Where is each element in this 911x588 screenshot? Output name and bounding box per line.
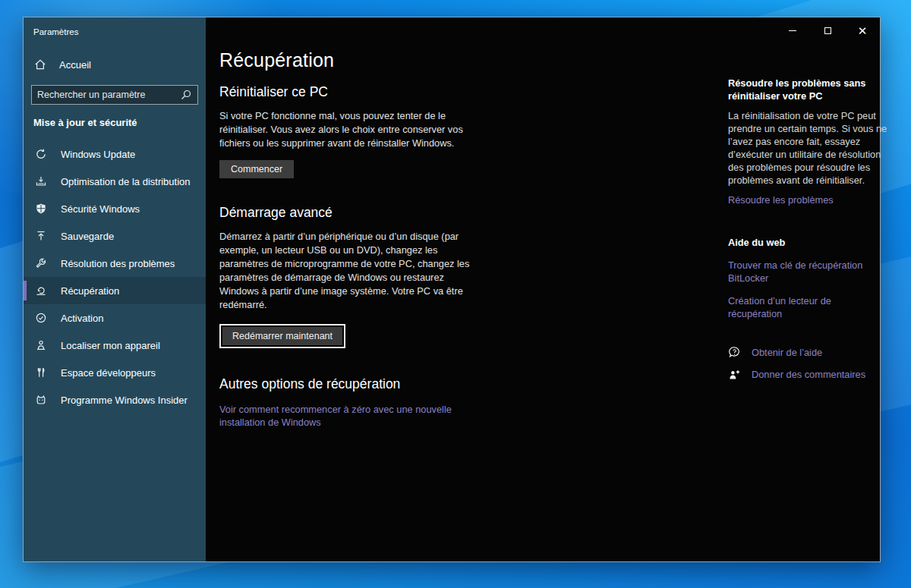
insider-icon	[35, 394, 47, 406]
reset-pc-heading: Réinitialiser ce PC	[219, 84, 482, 100]
restart-now-button[interactable]: Redémarrer maintenant	[219, 324, 345, 348]
troubleshoot-heading: Résoudre les problèmes sans réinitialise…	[728, 77, 895, 102]
get-help-row[interactable]: Obtenir de l’aide	[728, 346, 895, 359]
help-column: Résoudre les problèmes sans réinitialise…	[728, 77, 895, 381]
help-links: Obtenir de l’aide Donner des commentaire…	[728, 346, 895, 381]
troubleshoot-description: La réinitialisation de votre PC peut pre…	[728, 109, 895, 187]
bitlocker-recovery-key-link[interactable]: Trouver ma clé de récupération BitLocker	[728, 259, 884, 285]
window-title: Paramètres	[24, 17, 206, 36]
wrench-icon	[35, 257, 47, 269]
search-icon[interactable]	[180, 89, 192, 101]
feedback-row[interactable]: Donner des commentaires	[728, 368, 895, 381]
sync-icon	[35, 148, 47, 160]
settings-window: Paramètres Accueil Mise à jour et sécuri…	[23, 17, 881, 562]
page-title: Récupération	[219, 49, 482, 71]
delivery-optimization-icon	[35, 175, 47, 187]
sidebar-item-label: Résolution des problèmes	[61, 258, 175, 269]
sidebar-item-windows-update[interactable]: Windows Update	[24, 140, 206, 168]
sidebar-item-label: Programme Windows Insider	[61, 395, 188, 406]
sidebar-item-backup[interactable]: Sauvegarde	[24, 222, 206, 250]
sidebar-item-label: Sécurité Windows	[61, 203, 140, 215]
selected-accent-bar	[24, 281, 27, 300]
advanced-startup-description: Démarrez à partir d’un périphérique ou d…	[219, 230, 482, 312]
search-input[interactable]	[37, 90, 180, 100]
sidebar-item-label: Windows Update	[61, 149, 135, 160]
sidebar-item-label: Optimisation de la distribution	[61, 176, 191, 187]
settings-search-box[interactable]	[31, 85, 198, 105]
desktop: { "colors": { "accent": "#8070b8", "link…	[0, 0, 911, 588]
feedback-link[interactable]: Donner des commentaires	[752, 368, 865, 381]
close-button[interactable]: ✕	[845, 17, 880, 43]
sidebar-item-home[interactable]: Accueil	[24, 53, 206, 76]
check-circle-icon	[35, 312, 47, 324]
content-pane: ✕ Récupération Réinitialiser ce PC Si vo…	[206, 17, 880, 561]
developer-icon	[35, 366, 47, 379]
sidebar-item-label: Localiser mon appareil	[61, 340, 160, 351]
sidebar-item-developers[interactable]: Espace développeurs	[24, 359, 206, 386]
sidebar-item-find-my-device[interactable]: Localiser mon appareil	[24, 332, 206, 359]
sidebar-item-label: Activation	[61, 313, 103, 324]
sidebar-item-windows-insider[interactable]: Programme Windows Insider	[24, 386, 206, 413]
reset-pc-description: Si votre PC fonctionne mal, vous pouvez …	[219, 109, 482, 150]
get-help-link[interactable]: Obtenir de l’aide	[752, 346, 822, 359]
advanced-startup-heading: Démarrage avancé	[219, 205, 482, 221]
main-column: Récupération Réinitialiser ce PC Si votr…	[219, 17, 482, 429]
fresh-start-link[interactable]: Voir comment recommencer à zéro avec une…	[219, 403, 474, 429]
sidebar-item-label: Sauvegarde	[61, 231, 114, 242]
shield-icon	[35, 203, 47, 215]
locate-device-icon	[35, 339, 47, 351]
sidebar-nav: Windows Update Optimisation de la distri…	[24, 140, 206, 413]
sidebar-item-activation[interactable]: Activation	[24, 304, 206, 332]
get-help-icon	[728, 346, 741, 359]
feedback-icon	[728, 368, 741, 381]
sidebar: Paramètres Accueil Mise à jour et sécuri…	[24, 17, 206, 561]
sidebar-item-label: Espace développeurs	[61, 367, 156, 379]
recovery-drive-link[interactable]: Création d’un lecteur de récupération	[728, 294, 884, 320]
sidebar-section-title: Mise à jour et sécurité	[33, 117, 196, 128]
maximize-button[interactable]	[810, 17, 845, 43]
sidebar-item-recovery[interactable]: Récupération	[24, 277, 206, 304]
backup-icon	[35, 230, 47, 242]
sidebar-item-delivery-optimization[interactable]: Optimisation de la distribution	[24, 168, 206, 195]
minimize-icon	[789, 30, 796, 31]
sidebar-item-label: Accueil	[59, 59, 91, 71]
recovery-icon	[35, 285, 47, 297]
get-started-button[interactable]: Commencer	[219, 160, 294, 178]
troubleshoot-link[interactable]: Résoudre les problèmes	[728, 193, 834, 206]
close-icon: ✕	[858, 25, 868, 36]
more-recovery-options-heading: Autres options de récupération	[219, 376, 482, 392]
web-help-heading: Aide du web	[728, 236, 895, 249]
maximize-icon	[824, 27, 831, 34]
sidebar-item-label: Récupération	[61, 285, 119, 297]
home-icon	[34, 58, 46, 71]
minimize-button[interactable]	[775, 17, 810, 43]
sidebar-item-troubleshoot[interactable]: Résolution des problèmes	[24, 250, 206, 277]
sidebar-item-windows-security[interactable]: Sécurité Windows	[24, 195, 206, 222]
window-controls: ✕	[775, 17, 880, 43]
